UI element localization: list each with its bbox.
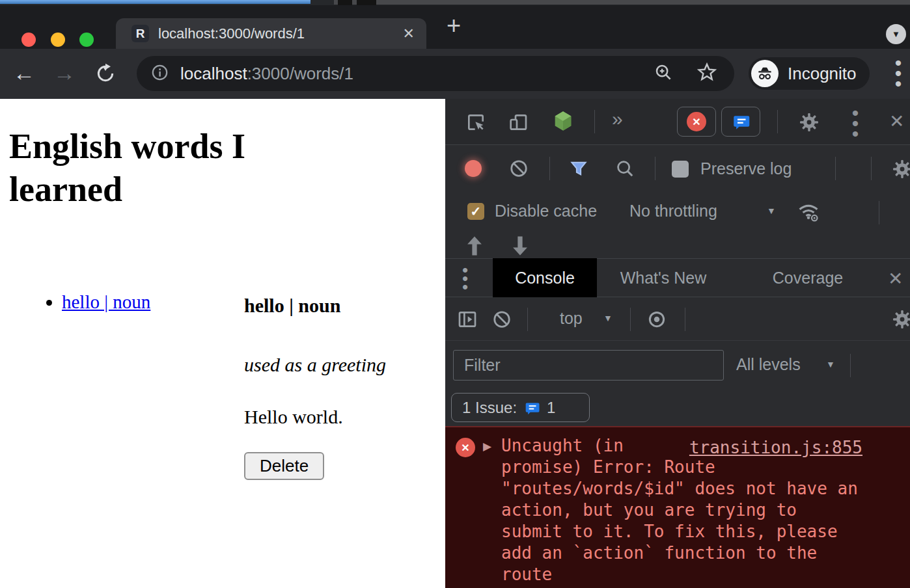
- export-har-icon[interactable]: [510, 235, 530, 260]
- network-settings-icon[interactable]: [892, 159, 910, 182]
- console-settings-icon[interactable]: [892, 309, 910, 332]
- record-network-icon[interactable]: [465, 160, 482, 177]
- console-filter-input[interactable]: [453, 350, 724, 381]
- inspect-element-icon[interactable]: [465, 112, 486, 135]
- error-source-link[interactable]: transition.js:855: [689, 438, 862, 457]
- network-conditions-row: ✓ Disable cache No throttling ▼: [445, 192, 910, 234]
- url-path: :3000/words/1: [247, 64, 353, 83]
- background-window-notch: [357, 0, 376, 5]
- tab-title: localhost:3000/words/1: [158, 25, 398, 42]
- log-levels-select[interactable]: All levels: [736, 355, 801, 374]
- incognito-icon: [751, 60, 779, 87]
- separator: [594, 110, 595, 133]
- browser-tab[interactable]: R localhost:3000/words/1 ✕: [116, 18, 426, 49]
- context-dropdown-icon[interactable]: ▼: [603, 313, 613, 323]
- console-issues-row: 1 Issue: 1: [445, 389, 910, 426]
- issues-counter-button[interactable]: 1 Issue: 1: [451, 393, 590, 422]
- separator: [871, 157, 872, 180]
- separator: [630, 308, 631, 331]
- console-sidebar-icon[interactable]: [457, 309, 478, 332]
- word-link[interactable]: hello | noun: [62, 291, 150, 312]
- network-toolbar: Preserve log: [445, 146, 910, 192]
- browser-toolbar: ← → localhost:3000/words/1 Incognito •••: [0, 49, 910, 99]
- node-icon[interactable]: [553, 111, 573, 134]
- devtools-settings-icon[interactable]: [799, 112, 820, 135]
- throttling-dropdown-icon[interactable]: ▼: [767, 206, 776, 216]
- url-host: localhost: [180, 64, 247, 83]
- error-line: "routes/words/$id" does not have an: [501, 478, 866, 500]
- separator: [549, 157, 550, 180]
- devtools-main-toolbar: » ✕ ••• ✕: [445, 99, 910, 145]
- macos-minimize-button[interactable]: [51, 33, 65, 47]
- live-expression-eye-icon[interactable]: [647, 310, 667, 332]
- console-error-message: ✕ ▶ Uncaught (in promise) Error: Route "…: [445, 426, 910, 588]
- preserve-log-label: Preserve log: [700, 159, 792, 178]
- network-conditions-icon[interactable]: [797, 201, 820, 226]
- disable-cache-label[interactable]: Disable cache: [495, 202, 597, 220]
- site-info-icon[interactable]: [151, 64, 169, 84]
- browser-window: R localhost:3000/words/1 ✕ + ▼ ← → local…: [0, 0, 910, 588]
- separator: [527, 308, 528, 331]
- filter-funnel-icon[interactable]: [569, 159, 588, 181]
- expand-triangle-icon[interactable]: ▶: [483, 440, 491, 453]
- issues-badge[interactable]: [721, 107, 760, 137]
- forward-icon[interactable]: →: [53, 60, 76, 85]
- word-list: hello | noun: [26, 291, 150, 313]
- drawer-menu-icon[interactable]: •••: [462, 266, 468, 291]
- browser-menu-icon[interactable]: •••: [893, 58, 903, 89]
- word-example: Hello world.: [244, 405, 386, 429]
- tab-coverage[interactable]: Coverage: [746, 258, 870, 297]
- tab-whats-new[interactable]: What's New: [601, 258, 726, 297]
- error-icon: ✕: [456, 438, 475, 457]
- issues-label: 1 Issue:: [462, 399, 517, 417]
- throttling-select[interactable]: No throttling: [629, 202, 717, 220]
- error-line: add an `action` function to the: [501, 542, 866, 564]
- tab-strip: R localhost:3000/words/1 ✕ + ▼: [0, 5, 910, 49]
- word-title: hello | noun: [244, 294, 386, 317]
- error-count-icon: ✕: [687, 112, 706, 131]
- separator: [835, 157, 836, 180]
- background-window-strip: [0, 0, 910, 5]
- drawer-tab-bar: ••• Console What's New Coverage ✕: [445, 258, 910, 297]
- levels-dropdown-icon[interactable]: ▼: [826, 359, 835, 369]
- har-import-export-row: [445, 234, 910, 258]
- disable-cache-checkbox[interactable]: ✓: [467, 203, 484, 220]
- delete-button[interactable]: Delete: [244, 452, 324, 480]
- console-toolbar: top ▼: [445, 298, 910, 341]
- clear-console-icon[interactable]: [492, 310, 512, 332]
- issues-count: 1: [547, 399, 555, 417]
- preserve-log-checkbox[interactable]: [672, 161, 689, 178]
- console-errors-badge[interactable]: ✕: [677, 107, 716, 137]
- context-select[interactable]: top: [560, 309, 583, 328]
- back-icon[interactable]: ←: [13, 60, 35, 85]
- tab-console[interactable]: Console: [493, 258, 597, 297]
- more-panels-icon[interactable]: »: [612, 108, 623, 130]
- remix-favicon: R: [131, 25, 149, 42]
- import-har-icon[interactable]: [465, 235, 484, 260]
- tab-close-icon[interactable]: ✕: [403, 25, 415, 42]
- devtools-menu-icon[interactable]: •••: [850, 108, 861, 139]
- error-line: action, but you are trying to: [501, 500, 866, 521]
- address-bar[interactable]: localhost:3000/words/1: [137, 56, 734, 91]
- bookmark-star-icon[interactable]: [696, 62, 717, 85]
- url-text: localhost:3000/words/1: [180, 64, 654, 84]
- macos-close-button[interactable]: [21, 33, 36, 47]
- tab-search-icon[interactable]: ▼: [886, 24, 906, 44]
- new-tab-icon[interactable]: +: [447, 12, 461, 40]
- clear-network-icon[interactable]: [509, 159, 529, 181]
- device-toolbar-icon[interactable]: [508, 112, 529, 135]
- page-title: English words I learned: [9, 125, 361, 211]
- issue-chat-icon: [523, 399, 540, 416]
- macos-zoom-button[interactable]: [79, 33, 94, 47]
- reload-icon[interactable]: [95, 63, 116, 88]
- incognito-badge[interactable]: Incognito: [749, 57, 870, 90]
- devtools-close-icon[interactable]: ✕: [889, 111, 904, 132]
- incognito-label: Incognito: [788, 64, 857, 84]
- word-detail: hello | noun used as a greeting Hello wo…: [244, 294, 386, 480]
- zoom-page-icon[interactable]: [654, 62, 673, 85]
- list-item: hello | noun: [62, 291, 150, 313]
- search-network-icon[interactable]: [615, 159, 635, 181]
- devtools-panel: » ✕ ••• ✕: [445, 99, 910, 588]
- error-text: Uncaught (in promise) Error: Route "rout…: [501, 435, 866, 585]
- drawer-close-icon[interactable]: ✕: [888, 268, 903, 289]
